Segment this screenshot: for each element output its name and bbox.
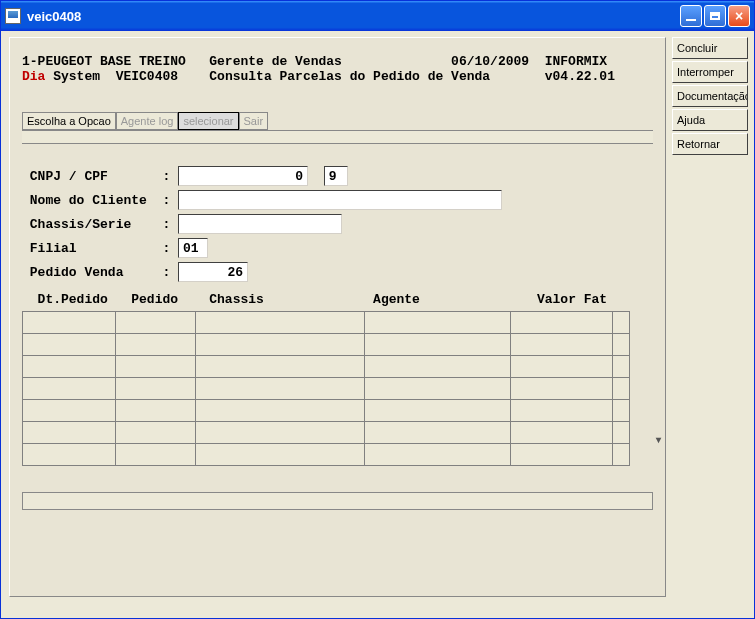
- table-cell: [364, 400, 510, 422]
- table-cell: [364, 444, 510, 466]
- side-panel: Concluir Interromper Documentação Ajuda …: [666, 37, 748, 612]
- table-cell: [115, 422, 195, 444]
- label-filial: Filial :: [22, 241, 178, 256]
- table-cell: [510, 312, 613, 334]
- table-cell: [195, 334, 364, 356]
- menu-agente-log[interactable]: Agente log: [116, 112, 179, 130]
- table-row[interactable]: [23, 378, 630, 400]
- table-cell: [510, 334, 613, 356]
- table-row[interactable]: [23, 422, 630, 444]
- main-panel: 1-PEUGEOT BASE TREINO Gerente de Vendas …: [9, 37, 666, 597]
- table-cell: [115, 444, 195, 466]
- menu-divider: [22, 130, 653, 144]
- table-row[interactable]: [23, 334, 630, 356]
- table-row[interactable]: [23, 444, 630, 466]
- table-cell: [115, 400, 195, 422]
- table-cell: [195, 312, 364, 334]
- menu-bar: Escolha a Opcao Agente log selecionar Sa…: [22, 112, 653, 130]
- table-row[interactable]: [23, 400, 630, 422]
- table-cell: [23, 400, 116, 422]
- input-filial[interactable]: [178, 238, 208, 258]
- table-cell: [613, 356, 630, 378]
- table-row[interactable]: [23, 356, 630, 378]
- table-cell: [115, 312, 195, 334]
- menu-sair[interactable]: Sair: [239, 112, 269, 130]
- input-chassis[interactable]: [178, 214, 342, 234]
- label-pedido: Pedido Venda :: [22, 265, 178, 280]
- table-cell: [23, 312, 116, 334]
- table-cell: [23, 444, 116, 466]
- input-pedido[interactable]: [178, 262, 248, 282]
- table-cell: [364, 378, 510, 400]
- table-cell: [23, 356, 116, 378]
- table-row[interactable]: [23, 312, 630, 334]
- titlebar[interactable]: veic0408 ×: [1, 1, 754, 31]
- header-line-2: Dia System VEIC0408 Consulta Parcelas do…: [22, 69, 653, 84]
- label-nome: Nome do Cliente :: [22, 193, 178, 208]
- table-cell: [364, 356, 510, 378]
- status-bar: [22, 492, 653, 510]
- table-cell: [23, 378, 116, 400]
- maximize-button[interactable]: [704, 5, 726, 27]
- client-area: 1-PEUGEOT BASE TREINO Gerente de Vendas …: [1, 31, 754, 618]
- results-grid: [22, 311, 630, 466]
- table-cell: [510, 378, 613, 400]
- table-cell: [195, 356, 364, 378]
- table-headers: Dt.Pedido Pedido Chassis Agente Valor Fa…: [22, 292, 653, 307]
- menu-selecionar[interactable]: selecionar: [178, 112, 238, 130]
- form-area: CNPJ / CPF : Nome do Cliente : Chassis/S…: [22, 166, 653, 510]
- input-cpf[interactable]: [178, 166, 308, 186]
- label-cpf: CNPJ / CPF :: [22, 169, 178, 184]
- interromper-button[interactable]: Interromper: [672, 61, 748, 83]
- table-cell: [510, 400, 613, 422]
- table-cell: [613, 312, 630, 334]
- documentacao-button[interactable]: Documentação: [672, 85, 748, 107]
- scroll-mark-icon: ▾: [656, 434, 661, 445]
- retornar-button[interactable]: Retornar: [672, 133, 748, 155]
- table-cell: [364, 422, 510, 444]
- table-cell: [195, 422, 364, 444]
- header-line-1: 1-PEUGEOT BASE TREINO Gerente de Vendas …: [22, 54, 653, 69]
- table-cell: [510, 422, 613, 444]
- label-chassis: Chassis/Serie :: [22, 217, 178, 232]
- input-cpf-dv[interactable]: [324, 166, 348, 186]
- table-cell: [364, 312, 510, 334]
- window-title: veic0408: [27, 9, 680, 24]
- table-cell: [115, 334, 195, 356]
- app-window: veic0408 × 1-PEUGEOT BASE TREINO Gerente…: [0, 0, 755, 619]
- minimize-button[interactable]: [680, 5, 702, 27]
- close-button[interactable]: ×: [728, 5, 750, 27]
- table-cell: [115, 378, 195, 400]
- input-nome[interactable]: [178, 190, 502, 210]
- table-cell: [613, 378, 630, 400]
- table-cell: [115, 356, 195, 378]
- table-cell: [510, 356, 613, 378]
- concluir-button[interactable]: Concluir: [672, 37, 748, 59]
- table-cell: [510, 444, 613, 466]
- table-cell: [613, 444, 630, 466]
- table-cell: [23, 334, 116, 356]
- table-cell: [613, 400, 630, 422]
- ajuda-button[interactable]: Ajuda: [672, 109, 748, 131]
- table-cell: [613, 334, 630, 356]
- table-cell: [364, 334, 510, 356]
- table-cell: [23, 422, 116, 444]
- window-buttons: ×: [680, 5, 750, 27]
- menu-escolha-opcao[interactable]: Escolha a Opcao: [22, 112, 116, 130]
- table-cell: [613, 422, 630, 444]
- table-cell: [195, 378, 364, 400]
- table-cell: [195, 444, 364, 466]
- table-cell: [195, 400, 364, 422]
- app-icon: [5, 8, 21, 24]
